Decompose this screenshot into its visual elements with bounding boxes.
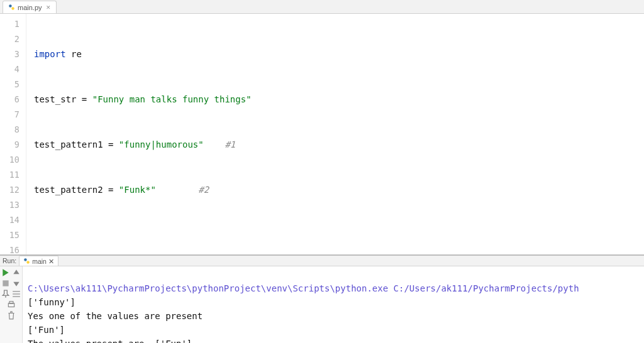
arrow-up-icon[interactable] <box>12 268 21 277</box>
code-token: "Funny man talks funny things" <box>92 94 252 104</box>
code-token: import <box>34 49 66 59</box>
code-token: "funny|humorous" <box>119 139 204 150</box>
line-number-gutter: 1 2 3 4 5 6 7 8 9 10 11 12 13 14 15 16 <box>0 14 26 254</box>
run-config-name: main <box>32 258 47 265</box>
code-token: test_pattern2 = <box>34 185 119 195</box>
line-number: 16 <box>0 242 19 255</box>
svg-point-1 <box>11 7 14 9</box>
line-number: 13 <box>0 197 19 212</box>
svg-rect-4 <box>3 280 8 286</box>
line-number: 9 <box>0 137 19 152</box>
line-number: 7 <box>0 107 19 122</box>
code-area[interactable]: import re test_str = "Funny man talks fu… <box>26 14 644 254</box>
editor[interactable]: 1 2 3 4 5 6 7 8 9 10 11 12 13 14 15 16 i… <box>0 14 644 255</box>
close-icon[interactable]: ✕ <box>48 258 54 265</box>
svg-point-2 <box>24 258 26 261</box>
console-line: The values present are ['Fun'] <box>28 339 192 343</box>
console-line: ['funny'] <box>28 297 75 307</box>
line-number: 10 <box>0 152 19 167</box>
console-line: Yes one of the values are present <box>28 311 203 321</box>
settings-icon[interactable] <box>12 290 21 298</box>
pin-icon[interactable] <box>1 290 10 298</box>
run-toolbar <box>0 266 23 343</box>
console-output[interactable]: C:\Users\ak111\PycharmProjects\pythonPro… <box>23 266 644 343</box>
code-token: #2 <box>156 185 209 195</box>
line-number: 4 <box>0 62 19 77</box>
svg-rect-6 <box>13 293 20 294</box>
svg-rect-5 <box>13 291 20 291</box>
line-number: 14 <box>0 212 19 227</box>
editor-tab-label: main.py <box>18 4 42 11</box>
line-number: 12 <box>0 182 19 197</box>
svg-rect-7 <box>13 297 20 297</box>
line-number: 1 <box>0 16 19 31</box>
editor-tab-bar: main.py ✕ <box>0 0 644 14</box>
line-number: 11 <box>0 167 19 182</box>
close-icon[interactable]: ✕ <box>46 4 51 11</box>
line-number: 8 <box>0 122 19 137</box>
line-number: 6 <box>0 92 19 107</box>
run-header: Run: main ✕ <box>0 256 644 266</box>
run-config-tab[interactable]: main ✕ <box>19 256 58 266</box>
code-token: test_pattern1 = <box>34 139 119 150</box>
svg-rect-9 <box>9 302 13 304</box>
code-token: re <box>66 49 82 59</box>
svg-point-0 <box>9 4 11 7</box>
trash-icon[interactable] <box>7 311 16 320</box>
line-number: 3 <box>0 46 19 62</box>
python-file-icon <box>8 4 15 11</box>
console-line: C:\Users\ak111\PycharmProjects\pythonPro… <box>28 283 579 293</box>
python-file-icon <box>23 258 30 264</box>
printer-icon[interactable] <box>7 300 16 309</box>
code-token: test_str = <box>34 94 92 104</box>
run-tool-window: Run: main ✕ <box>0 255 644 343</box>
line-number: 15 <box>0 227 19 242</box>
code-token: "Funk*" <box>119 185 156 195</box>
code-token: #1 <box>204 139 236 150</box>
editor-tab-main-py[interactable]: main.py ✕ <box>3 1 57 13</box>
line-number: 2 <box>0 31 19 46</box>
arrow-down-icon[interactable] <box>12 279 21 288</box>
console-line: ['Fun'] <box>28 325 65 335</box>
play-icon[interactable] <box>1 268 10 277</box>
run-label: Run: <box>3 257 16 264</box>
line-number: 5 <box>0 77 19 92</box>
stop-icon[interactable] <box>1 279 10 288</box>
svg-point-3 <box>27 261 30 263</box>
